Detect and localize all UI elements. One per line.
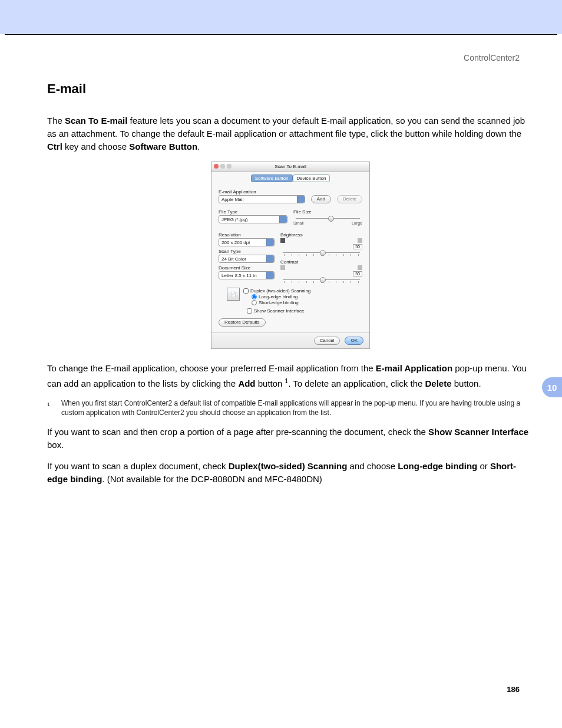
text-bold: Scan To E-mail [65, 116, 127, 126]
label-email-application: E-mail Application [219, 189, 362, 195]
paragraph-3: If you want to scan and then crop a port… [47, 426, 534, 452]
select-value: JPEG (*.jpg) [222, 217, 247, 222]
text-bold: Delete [425, 378, 452, 388]
tab-bar: Software ButtonDevice Button [211, 172, 369, 183]
zoom-icon[interactable] [227, 164, 232, 169]
tab-device-button[interactable]: Device Button [293, 174, 330, 182]
chevron-updown-icon [297, 196, 305, 203]
label-file-size: File Size [293, 209, 362, 215]
text: . (Not available for the DCP-8080DN and … [102, 474, 322, 484]
label-contrast: Contrast [280, 259, 362, 265]
text: and choose [347, 461, 398, 471]
contrast-slider[interactable] [280, 276, 362, 282]
chevron-updown-icon [279, 216, 287, 223]
text: key and choose [62, 141, 129, 151]
top-band [0, 0, 562, 34]
text-bold: Duplex(two-sided) Scanning [229, 461, 348, 471]
close-icon[interactable] [214, 164, 219, 169]
chevron-updown-icon [266, 272, 274, 279]
section-title: E-mail [47, 81, 534, 97]
paragraph-2: To change the E-mail application, choose… [47, 362, 534, 390]
paragraph-1: The Scan To E-mail feature lets you scan… [47, 114, 534, 153]
traffic-lights[interactable] [214, 164, 232, 169]
label-scan-type: Scan Type [219, 249, 275, 254]
text-bold: Add [238, 378, 255, 388]
radio-label: Short-edge binding [259, 300, 299, 305]
restore-defaults-button[interactable]: Restore Defaults [219, 318, 266, 327]
long-edge-radio[interactable]: Long-edge binding [252, 294, 310, 299]
contrast-low-icon [280, 265, 285, 270]
tab-software-button[interactable]: Software Button [251, 174, 293, 182]
checkbox-label: Duplex (two-sided) Scanning [250, 288, 310, 294]
scan-to-email-dialog: Scan To E-mail Software ButtonDevice But… [211, 162, 370, 349]
text: button [256, 378, 285, 388]
text: If you want to scan a duplex document, c… [47, 461, 229, 471]
running-header: ControlCenter2 [464, 53, 520, 62]
text-bold: Ctrl [47, 141, 62, 151]
select-value: Apple Mail [222, 197, 243, 202]
text: box. [47, 440, 64, 450]
text: . [197, 141, 200, 151]
select-value: 24 Bit Color [222, 256, 246, 262]
text-bold: Long-edge binding [398, 461, 477, 471]
label-document-size: Document Size [219, 265, 275, 271]
text: If you want to scan and then crop a port… [47, 427, 428, 437]
footnote-number: 1 [47, 400, 54, 417]
text: The [47, 116, 65, 126]
chevron-updown-icon [266, 255, 274, 262]
text: . To delete an application, click the [288, 378, 425, 388]
short-edge-radio[interactable]: Short-edge binding [252, 300, 310, 305]
brightness-light-icon [358, 238, 362, 243]
brightness-value[interactable]: 50 [353, 244, 362, 249]
brightness-dark-icon [280, 238, 285, 243]
email-application-select[interactable]: Apple Mail [219, 195, 305, 203]
brightness-slider[interactable] [280, 249, 362, 255]
file-type-select[interactable]: JPEG (*.jpg) [219, 215, 287, 223]
dialog-title: Scan To E-mail [275, 164, 306, 169]
paragraph-4: If you want to scan a duplex document, c… [47, 460, 534, 486]
dialog-titlebar: Scan To E-mail [211, 162, 369, 172]
show-scanner-interface-checkbox[interactable]: Show Scanner Interface [247, 308, 362, 314]
label-file-type: File Type [219, 209, 287, 215]
select-value: 200 x 200 dpi [222, 240, 250, 245]
page-number: 186 [507, 685, 520, 694]
duplex-icon: 📄 [227, 288, 240, 301]
select-value: Letter 8.5 x 11 in [222, 273, 257, 278]
text: or [477, 461, 490, 471]
text: To change the E-mail application, choose… [47, 363, 376, 373]
add-button[interactable]: Add [311, 195, 331, 203]
minimize-icon[interactable] [220, 164, 225, 169]
checkbox-label: Show Scanner Interface [254, 308, 304, 314]
ok-button[interactable]: OK [345, 337, 363, 345]
text: button. [452, 378, 481, 388]
label-resolution: Resolution [219, 232, 275, 238]
contrast-high-icon [358, 265, 362, 270]
text-bold: E-mail Application [376, 363, 452, 373]
delete-button[interactable]: Delete [337, 195, 362, 203]
text-bold: Show Scanner Interface [428, 427, 528, 437]
duplex-checkbox[interactable]: Duplex (two-sided) Scanning [243, 288, 310, 294]
label-brightness: Brightness [280, 232, 362, 238]
radio-label: Long-edge binding [259, 294, 297, 299]
resolution-select[interactable]: 200 x 200 dpi [219, 238, 275, 246]
text-bold: Software Button [129, 141, 197, 151]
footnote-text: When you first start ControlCenter2 a de… [61, 398, 534, 417]
contrast-value[interactable]: 50 [353, 271, 362, 276]
slider-max-label: Large [352, 221, 362, 225]
header-rule [5, 34, 557, 35]
slider-min-label: Small [293, 221, 304, 225]
chapter-tab: 10 [542, 377, 562, 397]
scan-type-select[interactable]: 24 Bit Color [219, 255, 275, 263]
footnote: 1 When you first start ControlCenter2 a … [47, 398, 534, 417]
document-size-select[interactable]: Letter 8.5 x 11 in [219, 271, 275, 279]
cancel-button[interactable]: Cancel [314, 337, 340, 345]
file-size-slider[interactable] [293, 215, 362, 221]
chevron-updown-icon [266, 239, 274, 246]
